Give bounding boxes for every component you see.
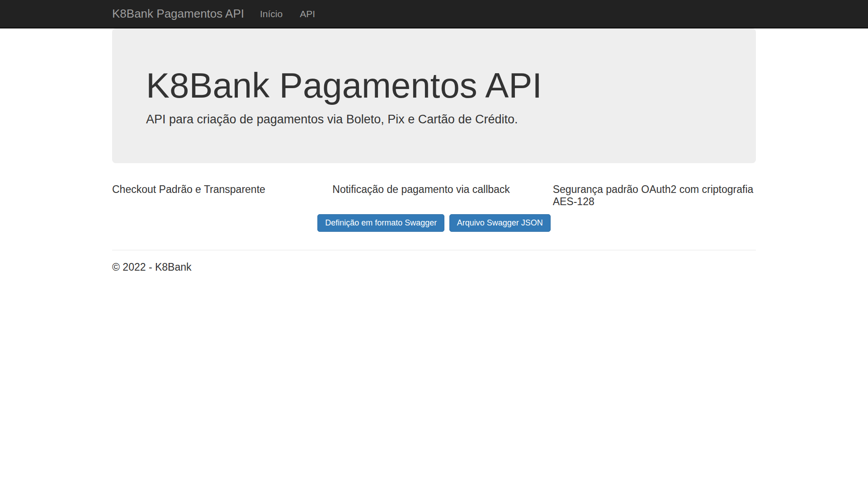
navbar-container: K8Bank Pagamentos API Início API — [104, 0, 764, 28]
nav-link-api[interactable]: API — [291, 0, 324, 28]
hero-subtitle: API para criação de pagamentos via Bolet… — [146, 113, 722, 127]
footer-copyright: © 2022 - K8Bank — [112, 261, 756, 273]
hero-title: K8Bank Pagamentos API — [146, 66, 722, 105]
navbar: K8Bank Pagamentos API Início API — [0, 0, 868, 28]
navbar-links: Início API — [251, 0, 324, 28]
footer: © 2022 - K8Bank — [112, 261, 756, 273]
swagger-json-button[interactable]: Arquivo Swagger JSON — [449, 214, 551, 232]
swagger-definition-button[interactable]: Definição em formato Swagger — [317, 214, 444, 232]
feature-callback-text: Notificação de pagamento via callback — [332, 183, 535, 196]
actions-row: Definição em formato Swagger Arquivo Swa… — [112, 214, 756, 232]
feature-security: Segurança padrão OAuth2 com criptografia… — [544, 183, 764, 208]
hero: K8Bank Pagamentos API API para criação d… — [112, 28, 756, 163]
navbar-brand[interactable]: K8Bank Pagamentos API — [112, 0, 244, 28]
page: K8Bank Pagamentos API Início API K8Bank … — [0, 0, 868, 488]
features-row: Checkout Padrão e Transparente Notificaç… — [104, 183, 764, 208]
feature-security-text: Segurança padrão OAuth2 com criptografia… — [553, 183, 756, 208]
footer-divider — [112, 250, 756, 250]
main-content: K8Bank Pagamentos API API para criação d… — [104, 28, 764, 273]
feature-checkout: Checkout Padrão e Transparente — [104, 183, 324, 208]
nav-link-inicio[interactable]: Início — [251, 0, 291, 28]
feature-checkout-text: Checkout Padrão e Transparente — [112, 183, 315, 196]
feature-callback: Notificação de pagamento via callback — [324, 183, 544, 208]
